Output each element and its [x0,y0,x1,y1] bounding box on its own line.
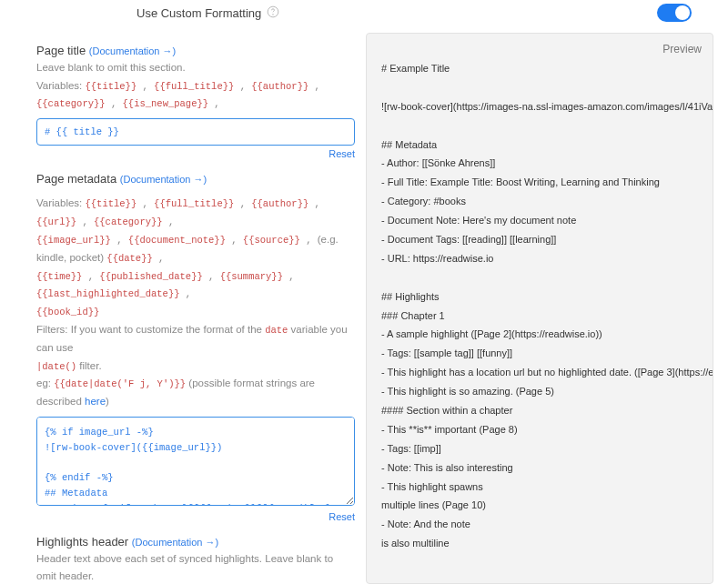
toggle-knob [675,5,690,20]
preview-label: Preview [662,43,702,55]
use-custom-formatting-label: Use Custom Formatting [136,6,261,20]
page-title-heading: Page title [36,44,86,57]
svg-point-1 [273,14,274,15]
preview-pane: Preview # Example Title ![rw-book-cover]… [366,33,713,584]
reset-page-metadata[interactable]: Reset [36,511,355,522]
highlights-header-heading: Highlights header [36,535,128,549]
preview-body: # Example Title ![rw-book-cover](https:/… [381,59,698,584]
page-metadata-template-input[interactable] [36,417,355,506]
format-strings-link[interactable]: here [85,396,106,407]
doc-link-highlights-header[interactable]: Documentation → [135,537,215,548]
help-icon[interactable] [267,5,279,21]
hh-hint: Header text above each set of synced hig… [36,553,333,582]
page-title-template-input[interactable] [36,118,355,146]
page-metadata-vars: {{title}} , {{full_title}} , {{author}} … [36,197,339,317]
doc-link-page-title[interactable]: Documentation → [93,45,173,56]
doc-link-page-metadata[interactable]: Documentation → [123,174,203,185]
page-metadata-heading: Page metadata [36,172,116,186]
reset-page-title[interactable]: Reset [36,148,355,159]
vars-label: Variables: [36,80,85,91]
custom-formatting-toggle[interactable] [657,4,692,22]
page-title-hint: Leave blank to omit this section. [36,62,186,73]
